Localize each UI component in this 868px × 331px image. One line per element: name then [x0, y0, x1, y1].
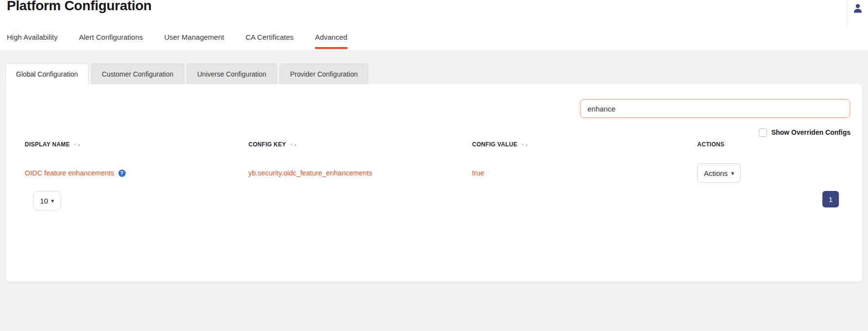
config-key-text: yb.security.oidc_feature_enhancements	[248, 169, 372, 177]
sort-asc-icon: ▲	[77, 142, 81, 147]
sort-desc-icon: ▼	[290, 142, 294, 147]
page-size-value: 10	[40, 197, 48, 205]
table-row: OIDC feature enhancements? yb.security.o…	[6, 163, 862, 183]
primary-tab-bar: High Availability Alert Configurations U…	[0, 27, 868, 50]
actions-dropdown-button[interactable]: Actions ▾	[697, 163, 741, 183]
sort-icon[interactable]: ▼▲	[521, 142, 528, 147]
column-header-config-value[interactable]: CONFIG VALUE▼▲	[472, 141, 528, 148]
column-header-actions: ACTIONS	[697, 141, 724, 148]
current-page-number: 1	[829, 195, 833, 204]
page-size-dropdown[interactable]: 10 ▾	[33, 191, 61, 210]
column-header-label: DISPLAY NAME	[25, 141, 70, 148]
column-header-label: CONFIG KEY	[248, 141, 286, 148]
display-name-text: OIDC feature enhancements	[25, 169, 115, 177]
show-overriden-row: Show Overriden Configs	[759, 127, 851, 137]
cell-config-key: yb.security.oidc_feature_enhancements	[248, 163, 372, 183]
config-scope-tab-bar: Global Configuration Customer Configurat…	[5, 63, 368, 84]
global-configuration-panel: Show Overriden Configs DISPLAY NAME▼▲ CO…	[6, 84, 862, 282]
caret-down-icon: ▾	[51, 198, 54, 204]
subtab-global-configuration[interactable]: Global Configuration	[5, 63, 89, 84]
page-title: Platform Configuration	[7, 0, 151, 14]
column-header-label: CONFIG VALUE	[472, 141, 517, 148]
page-number-button[interactable]: 1	[822, 191, 839, 207]
cell-config-value: true	[472, 163, 484, 183]
search-input[interactable]	[580, 99, 850, 118]
user-icon	[852, 3, 863, 14]
actions-button-label: Actions	[704, 169, 728, 177]
sort-asc-icon: ▲	[294, 142, 297, 147]
subtab-provider-configuration[interactable]: Provider Configuration	[279, 63, 368, 84]
sort-desc-icon: ▼	[73, 142, 77, 147]
sort-icon[interactable]: ▼▲	[73, 142, 81, 147]
sort-icon[interactable]: ▼▲	[290, 142, 297, 147]
sort-asc-icon: ▲	[524, 142, 528, 147]
help-icon[interactable]: ?	[118, 170, 126, 177]
column-header-config-key[interactable]: CONFIG KEY▼▲	[248, 141, 297, 148]
tab-high-availability[interactable]: High Availability	[7, 28, 58, 49]
column-header-label: ACTIONS	[697, 141, 724, 148]
cell-display-name: OIDC feature enhancements?	[25, 163, 126, 183]
config-value-text: true	[472, 169, 484, 177]
show-overriden-label[interactable]: Show Overriden Configs	[771, 128, 851, 136]
platform-configuration-page: Platform Configuration High Availability…	[0, 0, 868, 331]
caret-down-icon: ▾	[731, 170, 735, 176]
tab-ca-certificates[interactable]: CA Certificates	[246, 28, 294, 49]
column-header-display-name[interactable]: DISPLAY NAME▼▲	[25, 141, 81, 148]
tab-user-management[interactable]: User Management	[164, 28, 224, 49]
subtab-customer-configuration[interactable]: Customer Configuration	[91, 63, 184, 84]
tab-alert-configurations[interactable]: Alert Configurations	[79, 28, 143, 49]
user-menu[interactable]	[847, 0, 868, 27]
subtab-universe-configuration[interactable]: Universe Configuration	[187, 63, 277, 84]
show-overriden-checkbox[interactable]	[759, 128, 767, 137]
tab-advanced[interactable]: Advanced	[315, 28, 347, 49]
table-header-row: DISPLAY NAME▼▲ CONFIG KEY▼▲ CONFIG VALUE…	[6, 141, 862, 151]
